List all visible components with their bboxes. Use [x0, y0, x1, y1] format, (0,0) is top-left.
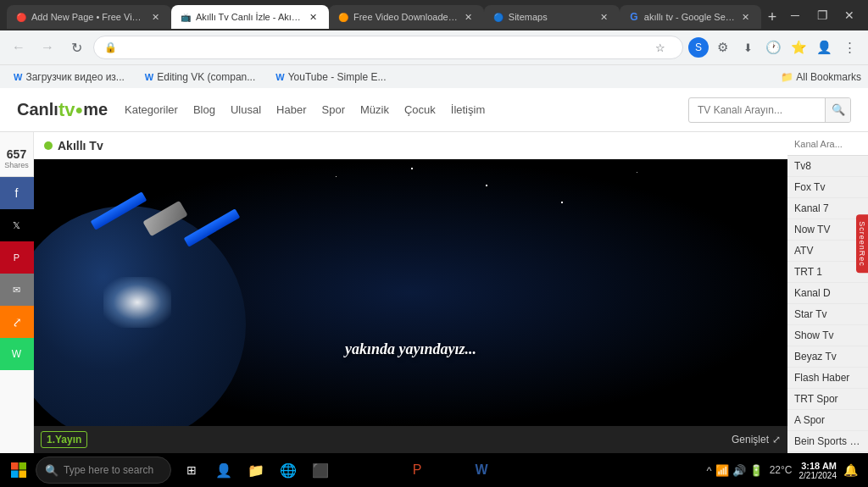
channel-kanald[interactable]: Kanal D — [787, 283, 868, 304]
extensions-icon[interactable]: S — [688, 37, 709, 58]
channel-aspor[interactable]: A Spor — [787, 410, 868, 431]
folder-icon: 📁 — [781, 71, 793, 83]
genislet-button[interactable]: Genişlet ⤢ — [732, 434, 781, 445]
file-explorer-button[interactable]: 📁 — [241, 455, 271, 485]
pinterest-share-button[interactable]: P — [0, 241, 34, 274]
windows-logo-icon — [10, 462, 27, 479]
tab-4[interactable]: 🔵 Sitemaps ✕ — [484, 5, 620, 29]
tab-1-close[interactable]: ✕ — [149, 10, 163, 24]
taskbar-clock[interactable]: 3:18 AM 2/21/2024 — [799, 461, 837, 480]
people-icon-button[interactable]: 👤 — [209, 455, 239, 485]
nav-haber[interactable]: Haber — [276, 103, 306, 116]
tab-4-close[interactable]: ✕ — [598, 10, 611, 24]
nav-spor[interactable]: Spor — [322, 103, 345, 116]
close-button[interactable]: ✕ — [837, 3, 861, 27]
channel-showtv[interactable]: Show Tv — [787, 325, 868, 346]
tab-2-close[interactable]: ✕ — [307, 10, 320, 24]
reload-button[interactable]: ↻ — [64, 36, 88, 59]
site-search-button[interactable]: 🔍 — [825, 98, 850, 122]
new-tab-button[interactable]: + — [761, 5, 783, 29]
media-button[interactable]: ▶ — [434, 455, 465, 485]
nav-iletisim[interactable]: İletişim — [451, 103, 485, 116]
star-icon[interactable]: ☆ — [648, 36, 672, 59]
channel-foxtv[interactable]: Fox Tv — [787, 177, 868, 198]
bookmark-2[interactable]: W Editing VK (compan... — [138, 69, 262, 85]
folder-icon: 📁 — [248, 462, 264, 479]
start-button[interactable] — [3, 455, 34, 485]
star-3 — [336, 176, 337, 177]
battery-icon[interactable]: 🔋 — [749, 464, 763, 477]
history-icon[interactable]: 🕐 — [761, 36, 785, 59]
tab-3-label: Free Video Downloader - ... — [353, 12, 458, 22]
tab-3-close[interactable]: ✕ — [462, 10, 476, 24]
channel-flashhaber[interactable]: Flash Haber — [787, 368, 868, 389]
site-header: Canlıtv●me Kategoriler Blog Ulusal Haber… — [0, 88, 868, 132]
nav-muzik[interactable]: Müzik — [360, 103, 389, 116]
speaker-icon[interactable]: 🔊 — [732, 464, 746, 477]
sharethis-button[interactable]: ⤤ — [0, 306, 34, 338]
nav-cocuk[interactable]: Çocuk — [404, 103, 436, 116]
menu-icon[interactable]: ⋮ — [837, 36, 861, 59]
site-search-input[interactable] — [689, 101, 825, 119]
bookmark-mgr-icon[interactable]: ⭐ — [787, 36, 810, 59]
screenrec-widget[interactable]: ScreenRec — [856, 214, 868, 274]
mail-button[interactable]: ✉ — [370, 455, 400, 485]
title-bar: 🔴 Add New Page • Free Video... ✕ 📺 Akıll… — [0, 0, 868, 30]
channel-tv8[interactable]: Tv8 — [787, 156, 868, 177]
channel-beinsports[interactable]: Bein Sports Hab... — [787, 431, 868, 452]
powerpoint-button[interactable]: P — [402, 455, 432, 485]
yayın-button[interactable]: 1.Yayın — [41, 431, 87, 448]
url-input[interactable]: canlitv.me/akilli-tv — [122, 42, 643, 54]
maximize-button[interactable]: ❐ — [810, 3, 834, 27]
channel-search-input[interactable] — [787, 132, 868, 156]
channel-trtspor[interactable]: TRT Spor — [787, 389, 868, 410]
all-bookmarks[interactable]: 📁 All Bookmarks — [781, 71, 861, 83]
forward-button[interactable]: → — [36, 36, 59, 59]
terminal-button[interactable]: ⬛ — [305, 455, 336, 485]
bookmark-1-favicon: W — [14, 72, 22, 82]
notification-icon[interactable]: 🔔 — [843, 463, 858, 477]
minimize-button[interactable]: ─ — [783, 3, 807, 27]
bookmark-3[interactable]: W YouTube - Simple E... — [269, 69, 392, 85]
store-button[interactable]: 🛍 — [337, 455, 368, 485]
site-logo[interactable]: Canlıtv●me — [17, 99, 108, 121]
nav-blog[interactable]: Blog — [193, 103, 215, 116]
taskview-button[interactable]: ⊞ — [176, 455, 207, 485]
whatsapp-share-button[interactable]: W — [0, 338, 34, 370]
downloads-icon[interactable]: ⬇ — [736, 36, 760, 59]
tab-5-label: akıllı tv - Google Search — [644, 12, 735, 22]
profile-icon[interactable]: ⚙ — [710, 36, 734, 59]
chrome-button[interactable]: 🌐 — [273, 455, 303, 485]
taskview-icon: ⊞ — [186, 463, 197, 477]
back-button[interactable]: ← — [7, 36, 31, 59]
earth-visual — [34, 206, 246, 426]
star-4 — [561, 202, 563, 203]
bookmarks-bar: W Загрузчик видео из... W Editing VK (co… — [0, 64, 868, 88]
bookmark-1[interactable]: W Загрузчик видео из... — [7, 69, 131, 85]
tab-5-close[interactable]: ✕ — [739, 10, 753, 24]
nav-kategoriler[interactable]: Kategoriler — [125, 103, 178, 116]
email-share-button[interactable]: ✉ — [0, 274, 34, 306]
twitter-share-button[interactable]: 𝕏 — [0, 209, 34, 241]
bookmark-3-favicon: W — [275, 72, 284, 82]
tab-2[interactable]: 📺 Akıllı Tv Canlı İzle - Akıllı TV ✕ — [171, 5, 329, 29]
channel-startv[interactable]: Star Tv — [787, 304, 868, 325]
tab-3[interactable]: 🟠 Free Video Downloader - ... ✕ — [329, 5, 484, 29]
word-button[interactable]: W — [466, 455, 497, 485]
window-controls: ─ ❐ ✕ — [783, 3, 861, 27]
site-nav: Kategoriler Blog Ulusal Haber Spor Müzik… — [125, 103, 485, 116]
network-icon[interactable]: 📶 — [715, 464, 729, 477]
address-bar[interactable]: 🔒 canlitv.me/akilli-tv ☆ — [93, 36, 683, 59]
facebook-share-button[interactable]: f — [0, 177, 34, 209]
tab-5[interactable]: G akıllı tv - Google Search ✕ — [620, 5, 761, 29]
tray-arrow-icon[interactable]: ^ — [707, 464, 712, 477]
video-player[interactable]: yakında yayındayız... — [34, 159, 787, 426]
account-icon[interactable]: 👤 — [812, 36, 836, 59]
taskbar-search[interactable]: 🔍 Type here to search — [36, 457, 171, 484]
channel-name: Akıllı Tv — [58, 139, 103, 152]
channel-beyaztv[interactable]: Beyaz Tv — [787, 346, 868, 368]
tab-1[interactable]: 🔴 Add New Page • Free Video... ✕ — [7, 5, 171, 29]
terminal-icon: ⬛ — [312, 462, 329, 479]
clock-time: 3:18 AM — [799, 461, 837, 471]
nav-ulusal[interactable]: Ulusal — [231, 103, 261, 116]
